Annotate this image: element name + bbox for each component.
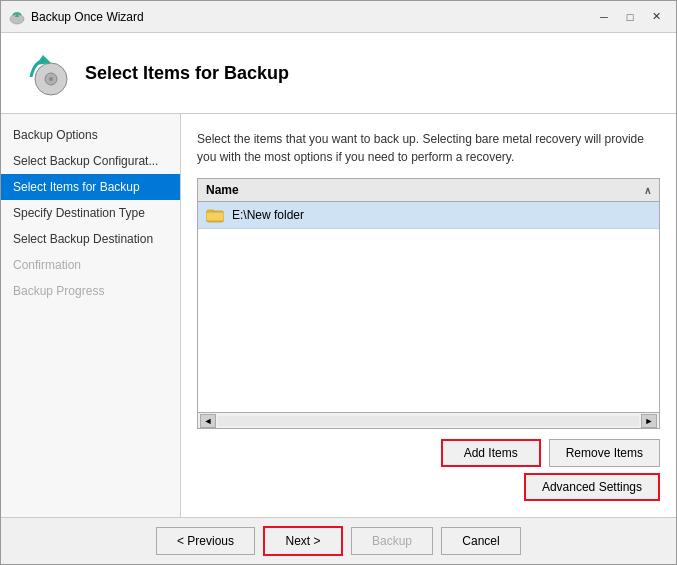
sidebar-item-specify-destination[interactable]: Specify Destination Type (1, 200, 180, 226)
title-bar: Backup Once Wizard ─ □ ✕ (1, 1, 676, 33)
table-row[interactable]: E:\New folder (198, 202, 659, 229)
backup-button[interactable]: Backup (351, 527, 433, 555)
table-column-name: Name (206, 183, 239, 197)
table-header: Name ∧ (198, 179, 659, 202)
sidebar-item-confirmation: Confirmation (1, 252, 180, 278)
header-title: Select Items for Backup (85, 63, 289, 84)
footer: < Previous Next > Backup Cancel (1, 517, 676, 564)
sidebar-item-select-destination[interactable]: Select Backup Destination (1, 226, 180, 252)
action-row-1: Add Items Remove Items (441, 439, 660, 467)
action-buttons: Add Items Remove Items Advanced Settings (197, 439, 660, 501)
main-description: Select the items that you want to back u… (197, 130, 660, 166)
minimize-button[interactable]: ─ (592, 7, 616, 27)
title-bar-left: Backup Once Wizard (9, 9, 144, 25)
items-table: Name ∧ E:\New folder ◄ (197, 178, 660, 429)
table-sort-icon[interactable]: ∧ (644, 185, 651, 196)
header-icon (21, 49, 69, 97)
content-area: Backup Options Select Backup Configurat.… (1, 114, 676, 517)
scroll-right-arrow[interactable]: ► (641, 414, 657, 428)
main-panel: Select the items that you want to back u… (181, 114, 676, 517)
sidebar: Backup Options Select Backup Configurat.… (1, 114, 181, 517)
table-body[interactable]: E:\New folder (198, 202, 659, 412)
horizontal-scrollbar[interactable]: ◄ ► (198, 412, 659, 428)
header-svg-icon (21, 49, 69, 97)
sidebar-item-select-items[interactable]: Select Items for Backup (1, 174, 180, 200)
main-window: Backup Once Wizard ─ □ ✕ Select Items fo… (0, 0, 677, 565)
app-icon (9, 9, 25, 25)
title-bar-controls: ─ □ ✕ (592, 7, 668, 27)
next-button[interactable]: Next > (263, 526, 343, 556)
window-title: Backup Once Wizard (31, 10, 144, 24)
close-button[interactable]: ✕ (644, 7, 668, 27)
maximize-button[interactable]: □ (618, 7, 642, 27)
scroll-left-arrow[interactable]: ◄ (200, 414, 216, 428)
action-row-2: Advanced Settings (524, 473, 660, 501)
advanced-settings-button[interactable]: Advanced Settings (524, 473, 660, 501)
previous-button[interactable]: < Previous (156, 527, 255, 555)
remove-items-button[interactable]: Remove Items (549, 439, 660, 467)
sidebar-item-backup-progress: Backup Progress (1, 278, 180, 304)
cancel-button[interactable]: Cancel (441, 527, 521, 555)
add-items-button[interactable]: Add Items (441, 439, 541, 467)
sidebar-item-backup-options[interactable]: Backup Options (1, 122, 180, 148)
scroll-track[interactable] (218, 416, 639, 426)
header-area: Select Items for Backup (1, 33, 676, 114)
svg-rect-7 (206, 212, 224, 221)
folder-icon (206, 206, 224, 224)
table-row-name: E:\New folder (232, 208, 304, 222)
svg-point-3 (49, 77, 53, 81)
sidebar-item-select-backup-config[interactable]: Select Backup Configurat... (1, 148, 180, 174)
